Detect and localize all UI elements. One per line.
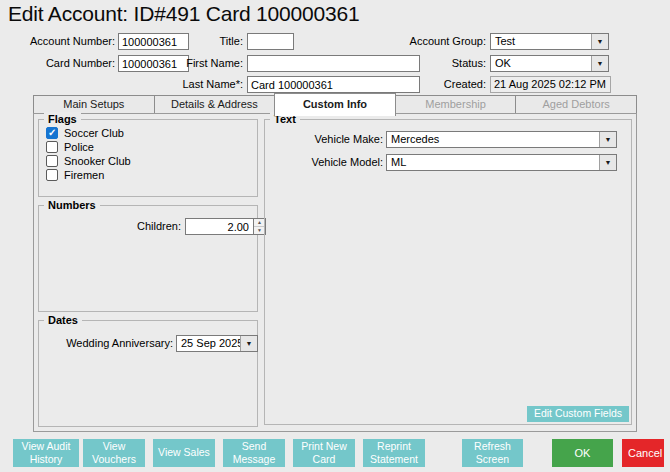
checkbox-police[interactable]: Police <box>46 140 94 154</box>
checkbox-firemen[interactable]: Firemen <box>46 168 104 182</box>
page-title: Edit Account: ID#491 Card 100000361 <box>8 2 359 26</box>
vehicle-model-select[interactable]: ML ▼ <box>386 154 617 171</box>
edit-custom-fields-button[interactable]: Edit Custom Fields <box>527 406 629 422</box>
created-value: 21 Aug 2025 02:12 PM <box>490 76 611 93</box>
checkbox-icon <box>46 127 58 139</box>
view-audit-history-button[interactable]: View Audit History <box>13 439 79 467</box>
checkbox-label: Snooker Club <box>64 155 131 168</box>
view-sales-button[interactable]: View Sales <box>153 439 215 467</box>
vehicle-make-label: Vehicle Make: <box>273 131 383 148</box>
tab-aged-debtors[interactable]: Aged Debtors <box>515 95 637 114</box>
cancel-button[interactable]: Cancel <box>622 439 664 467</box>
card-number-label: Card Number: <box>10 55 115 72</box>
first-name-label: First Name: <box>140 55 243 72</box>
account-group-select[interactable]: Test ▼ <box>490 33 609 50</box>
tab-strip: Main Setups Details & Address Custom Inf… <box>33 95 637 114</box>
chevron-down-icon[interactable]: ▼ <box>599 155 616 170</box>
account-number-label: Account Number: <box>10 33 115 50</box>
tab-custom-info[interactable]: Custom Info <box>274 93 396 116</box>
account-group-label: Account Group: <box>378 33 486 50</box>
checkbox-label: Soccer Club <box>64 127 124 140</box>
numbers-group-title: Numbers <box>44 198 100 212</box>
flags-group-title: Flags <box>44 112 81 126</box>
checkbox-icon <box>46 141 58 153</box>
wedding-anniversary-value: 25 Sep 2025 <box>177 336 240 351</box>
flags-group: Flags Soccer Club Police Snooker Club Fi… <box>38 119 258 197</box>
numbers-group: Numbers Children: ▲ ▼ <box>38 205 258 312</box>
children-input[interactable] <box>185 218 253 235</box>
ok-button[interactable]: OK <box>552 439 613 467</box>
wedding-anniversary-select[interactable]: 25 Sep 2025 ▼ <box>176 335 258 352</box>
status-value: OK <box>491 56 591 71</box>
wedding-anniversary-label: Wedding Anniversary: <box>43 335 173 352</box>
checkbox-label: Police <box>64 141 94 154</box>
chevron-down-icon[interactable]: ▼ <box>591 34 608 49</box>
vehicle-model-label: Vehicle Model: <box>273 154 383 171</box>
checkbox-snooker-club[interactable]: Snooker Club <box>46 154 131 168</box>
title-field-label: Title: <box>140 33 243 50</box>
vehicle-make-select[interactable]: Mercedes ▼ <box>386 131 617 148</box>
title-field-input[interactable] <box>247 33 294 50</box>
vehicle-make-value: Mercedes <box>387 132 599 147</box>
checkbox-label: Firemen <box>64 169 104 182</box>
account-group-value: Test <box>491 34 591 49</box>
print-new-card-button[interactable]: Print New Card <box>293 439 355 467</box>
custom-info-panel: Flags Soccer Club Police Snooker Club Fi… <box>33 113 637 432</box>
send-message-button[interactable]: Send Message <box>223 439 285 467</box>
status-label: Status: <box>378 55 486 72</box>
dates-group-title: Dates <box>44 313 82 327</box>
chevron-down-icon[interactable]: ▼ <box>591 56 608 71</box>
checkbox-icon <box>46 155 58 167</box>
chevron-down-icon[interactable]: ▼ <box>599 132 616 147</box>
created-label: Created: <box>378 76 486 93</box>
vehicle-model-value: ML <box>387 155 599 170</box>
refresh-screen-button[interactable]: Refresh Screen <box>462 439 523 467</box>
status-select[interactable]: OK ▼ <box>490 55 609 72</box>
last-name-label: Last Name*: <box>140 76 243 93</box>
children-label: Children: <box>45 218 181 235</box>
tab-details-address[interactable]: Details & Address <box>154 95 276 114</box>
reprint-statement-button[interactable]: Reprint Statement <box>363 439 425 467</box>
tab-membership[interactable]: Membership <box>395 95 517 114</box>
checkbox-icon <box>46 169 58 181</box>
chevron-down-icon[interactable]: ▼ <box>240 336 257 351</box>
text-group: Text Vehicle Make: Mercedes ▼ Vehicle Mo… <box>264 119 632 425</box>
view-vouchers-button[interactable]: View Vouchers <box>83 439 145 467</box>
checkbox-soccer-club[interactable]: Soccer Club <box>46 126 124 140</box>
dates-group: Dates Wedding Anniversary: 25 Sep 2025 ▼ <box>38 320 258 427</box>
